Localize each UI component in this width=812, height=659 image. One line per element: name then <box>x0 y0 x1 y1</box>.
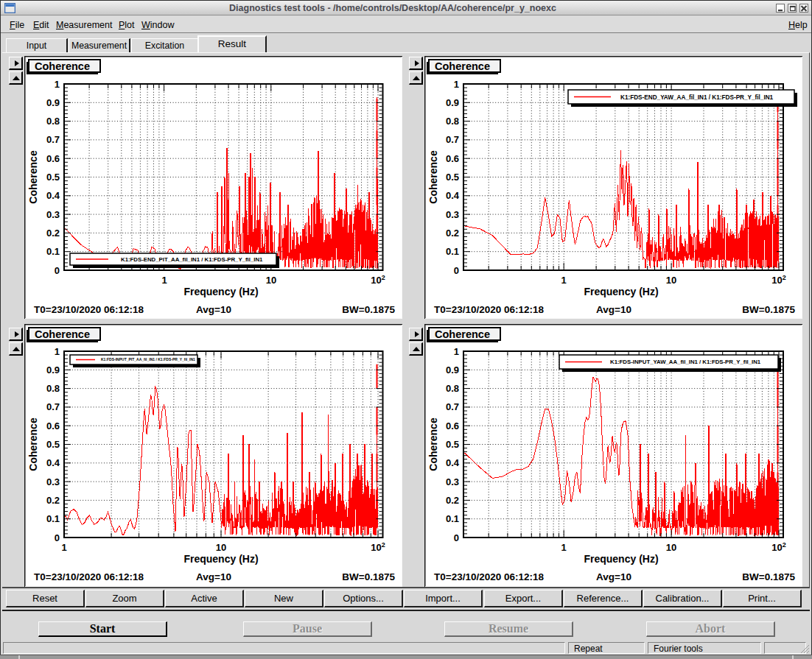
svg-text:K1:FDS-INPUT_YAW_AA_fil_IN1 /: K1:FDS-INPUT_YAW_AA_fil_IN1 / K1:FDS-PR_… <box>610 359 761 365</box>
svg-text:1: 1 <box>561 275 566 286</box>
svg-text:BW=0.1875: BW=0.1875 <box>742 304 795 315</box>
svg-text:Coherence: Coherence <box>435 60 490 72</box>
svg-text:Coherence: Coherence <box>35 60 90 72</box>
svg-text:0.6: 0.6 <box>446 420 459 431</box>
svg-text:0.4: 0.4 <box>46 457 60 468</box>
svg-text:0.9: 0.9 <box>46 97 60 108</box>
svg-text:10: 10 <box>266 275 276 286</box>
svg-text:0.1: 0.1 <box>46 246 60 257</box>
svg-text:1: 1 <box>454 346 459 357</box>
svg-text:0: 0 <box>55 532 60 543</box>
svg-text:T0=23/10/2020 06:12:18: T0=23/10/2020 06:12:18 <box>34 571 144 582</box>
svg-text:0.8: 0.8 <box>46 383 60 394</box>
svg-text:0.5: 0.5 <box>46 172 60 183</box>
svg-text:0.1: 0.1 <box>446 513 459 524</box>
svg-text:0.7: 0.7 <box>446 134 459 145</box>
svg-text:1: 1 <box>161 275 167 286</box>
svg-text:1: 1 <box>454 79 459 90</box>
svg-text:0.2: 0.2 <box>446 228 459 239</box>
svg-text:Frequency (Hz): Frequency (Hz) <box>183 553 258 565</box>
svg-text:0.2: 0.2 <box>446 495 459 506</box>
svg-text:T0=23/10/2020 06:12:18: T0=23/10/2020 06:12:18 <box>434 304 544 315</box>
svg-text:0.6: 0.6 <box>46 153 60 164</box>
svg-text:0.4: 0.4 <box>446 190 460 201</box>
svg-text:0.7: 0.7 <box>46 134 60 145</box>
svg-text:Frequency (Hz): Frequency (Hz) <box>183 286 258 297</box>
svg-text:Avg=10: Avg=10 <box>596 304 631 315</box>
svg-text:Frequency (Hz): Frequency (Hz) <box>584 553 658 565</box>
svg-text:K1:FDS-END_PIT_AA_fil_IN1 / K1: K1:FDS-END_PIT_AA_fil_IN1 / K1:FDS-PR_Y_… <box>121 256 263 263</box>
svg-text:Coherence: Coherence <box>427 150 439 204</box>
svg-text:0.8: 0.8 <box>446 383 459 394</box>
svg-text:0.1: 0.1 <box>46 513 60 524</box>
svg-text:0.3: 0.3 <box>446 209 459 220</box>
svg-text:0.9: 0.9 <box>446 364 459 376</box>
svg-text:T0=23/10/2020 06:12:18: T0=23/10/2020 06:12:18 <box>34 304 144 315</box>
svg-text:10: 10 <box>666 275 676 286</box>
svg-text:K1:FDS-INPUT_PIT_AA_fil_IN1 /: K1:FDS-INPUT_PIT_AA_fil_IN1 / K1:FDS-PR_… <box>101 357 195 362</box>
svg-text:0.2: 0.2 <box>46 495 60 506</box>
svg-text:Coherence: Coherence <box>27 150 39 204</box>
svg-text:0.3: 0.3 <box>446 476 459 487</box>
svg-text:Avg=10: Avg=10 <box>196 304 231 315</box>
svg-text:0.4: 0.4 <box>46 190 60 201</box>
svg-text:1: 1 <box>55 346 60 357</box>
svg-text:0.5: 0.5 <box>446 439 459 450</box>
svg-text:T0=23/10/2020 06:12:18: T0=23/10/2020 06:12:18 <box>434 571 544 582</box>
svg-text:1: 1 <box>561 542 566 553</box>
svg-text:0.3: 0.3 <box>46 476 60 487</box>
svg-text:BW=0.1875: BW=0.1875 <box>742 571 795 582</box>
svg-text:0.8: 0.8 <box>46 116 60 127</box>
svg-text:1: 1 <box>61 542 66 553</box>
svg-text:0.8: 0.8 <box>446 116 459 127</box>
svg-text:10: 10 <box>216 542 226 553</box>
svg-text:0.5: 0.5 <box>46 439 60 450</box>
svg-text:BW=0.1875: BW=0.1875 <box>342 571 395 582</box>
svg-text:Frequency (Hz): Frequency (Hz) <box>584 286 658 297</box>
svg-text:0.9: 0.9 <box>46 364 60 376</box>
svg-text:Coherence: Coherence <box>435 328 490 340</box>
svg-text:K1:FDS-END_YAW_AA_fil_IN1 / K1: K1:FDS-END_YAW_AA_fil_IN1 / K1:FDS-PR_Y_… <box>620 94 774 101</box>
svg-text:1: 1 <box>55 79 60 90</box>
svg-text:0.7: 0.7 <box>446 401 459 412</box>
svg-text:0.3: 0.3 <box>46 209 60 220</box>
svg-text:0.6: 0.6 <box>446 153 459 164</box>
svg-text:10: 10 <box>666 542 676 553</box>
svg-text:Avg=10: Avg=10 <box>196 571 231 582</box>
svg-text:Coherence: Coherence <box>27 417 39 471</box>
svg-text:0.7: 0.7 <box>46 401 60 412</box>
svg-text:0.5: 0.5 <box>446 172 459 183</box>
svg-text:0.4: 0.4 <box>446 457 460 468</box>
svg-text:0.2: 0.2 <box>46 228 60 239</box>
svg-text:0: 0 <box>454 532 459 543</box>
svg-text:0.1: 0.1 <box>446 246 459 257</box>
svg-text:Coherence: Coherence <box>35 328 90 340</box>
svg-text:Coherence: Coherence <box>427 417 439 471</box>
svg-text:0.9: 0.9 <box>446 97 459 108</box>
svg-text:0: 0 <box>55 265 60 276</box>
svg-text:BW=0.1875: BW=0.1875 <box>342 304 395 315</box>
svg-text:0.6: 0.6 <box>46 420 60 431</box>
svg-text:0: 0 <box>454 265 459 276</box>
svg-text:Avg=10: Avg=10 <box>596 571 631 582</box>
